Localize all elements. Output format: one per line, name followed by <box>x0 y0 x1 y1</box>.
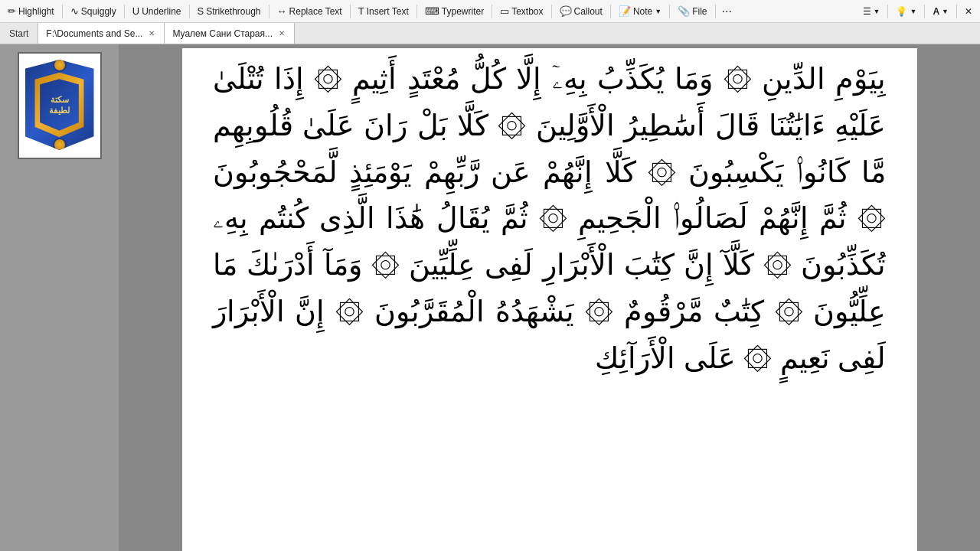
more-icon: ··· <box>722 5 732 18</box>
highlight-label: Highlight <box>18 6 54 17</box>
tab2-label: Муалем Сани Старая... <box>172 28 273 39</box>
sep7 <box>492 5 492 18</box>
font-icon: A <box>933 6 939 17</box>
sep11 <box>715 5 716 18</box>
ornament-outer: سكتة لطيفة <box>25 60 94 150</box>
sep8 <box>551 5 552 18</box>
menu-icon: ☰ <box>863 6 871 17</box>
note-label: Note <box>633 6 652 17</box>
replace-text-button[interactable]: ↔ Replace Text <box>273 4 347 18</box>
sep3 <box>189 5 190 18</box>
insert-text-button[interactable]: T Insert Text <box>354 4 413 18</box>
callout-icon: 💬 <box>560 5 572 17</box>
tab1-close-icon[interactable]: ✕ <box>147 28 156 38</box>
sep12 <box>887 5 888 18</box>
highlight-button[interactable]: ✏ Highlight <box>3 4 59 18</box>
strikethrough-label: Strikethrough <box>206 6 260 17</box>
ornament-inner: سكتة لطيفة <box>34 70 86 139</box>
font-dropdown: ▼ <box>942 8 949 15</box>
note-button[interactable]: 📝 Note ▼ <box>614 4 666 18</box>
toolbar: ✏ Highlight ∿ Squiggly U Underline S Str… <box>0 0 980 23</box>
sep9 <box>610 5 611 18</box>
typewriter-icon: ⌨ <box>425 5 439 17</box>
ornament-circle-top <box>53 58 67 72</box>
menu-button[interactable]: ☰ ▼ <box>858 5 885 18</box>
typewriter-button[interactable]: ⌨ Typewriter <box>420 4 488 18</box>
textbox-icon: ▭ <box>500 5 509 17</box>
highlight-color-button[interactable]: 💡 ▼ <box>891 5 921 18</box>
document-thumbnail[interactable]: سكتة لطيفة <box>18 52 102 159</box>
font-button[interactable]: A ▼ <box>928 5 953 18</box>
underline-label: Underline <box>142 6 181 17</box>
highlight-icon: ✏ <box>8 5 16 17</box>
file-button[interactable]: 📎 File <box>673 4 711 18</box>
underline-button[interactable]: U Underline <box>128 4 186 18</box>
insert-text-label: Insert Text <box>367 6 409 17</box>
squiggly-label: Squiggly <box>81 6 116 17</box>
ornament-circle-bottom <box>53 138 67 152</box>
ornament-text-line1: سكتة <box>51 94 69 105</box>
sidebar: سكتة لطيفة <box>0 44 119 551</box>
sep14 <box>956 5 957 18</box>
strikethrough-button[interactable]: S Strikethrough <box>193 4 266 18</box>
close-toolbar-button[interactable]: ✕ <box>960 5 977 18</box>
file-icon: 📎 <box>678 5 690 17</box>
sep4 <box>269 5 270 18</box>
sep5 <box>350 5 351 18</box>
textbox-label: Textbox <box>511 6 543 17</box>
highlight-color-dropdown: ▼ <box>910 8 916 15</box>
sep13 <box>924 5 925 18</box>
ornament-text-line2: لطيفة <box>49 105 70 116</box>
replace-text-icon: ↔ <box>277 5 287 17</box>
note-icon: 📝 <box>619 5 631 17</box>
textbox-button[interactable]: ▭ Textbox <box>495 4 547 18</box>
underline-icon: U <box>132 5 139 17</box>
strikethrough-icon: S <box>198 5 204 17</box>
typewriter-label: Typewriter <box>442 6 484 17</box>
squiggly-icon: ∿ <box>70 5 79 17</box>
highlight-color-icon: 💡 <box>896 6 907 17</box>
ornament: سكتة لطيفة <box>25 60 94 152</box>
start-label: Start <box>9 28 28 39</box>
file-label: File <box>692 6 707 17</box>
insert-text-icon: T <box>358 5 364 17</box>
menu-dropdown-icon: ▼ <box>874 8 880 15</box>
document-page: بِيَوْمِ الدِّينِ ۞ وَمَا يُكَذِّبُ بِهِ… <box>182 48 917 551</box>
sep10 <box>669 5 670 18</box>
tab-start[interactable]: Start <box>0 23 38 44</box>
sep6 <box>416 5 417 18</box>
callout-button[interactable]: 💬 Callout <box>555 4 607 18</box>
more-button[interactable]: ··· <box>719 5 735 18</box>
replace-text-label: Replace Text <box>289 6 342 17</box>
sep1 <box>62 5 63 18</box>
tab2-close-icon[interactable]: ✕ <box>277 28 286 38</box>
page-area: بِيَوْمِ الدِّينِ ۞ وَمَا يُكَذِّبُ بِهِ… <box>119 44 980 551</box>
sep2 <box>124 5 125 18</box>
close-toolbar-icon: ✕ <box>965 6 972 17</box>
tab-doc2[interactable]: Муалем Сани Старая... ✕ <box>165 23 295 44</box>
arabic-content: بِيَوْمِ الدِّينِ ۞ وَمَا يُكَذِّبُ بِهِ… <box>213 56 887 382</box>
note-dropdown-icon: ▼ <box>655 8 662 15</box>
tabbar: Start F:\Documents and Se... ✕ Муалем Са… <box>0 23 980 44</box>
squiggly-button[interactable]: ∿ Squiggly <box>66 4 121 18</box>
main-content: سكتة لطيفة بِيَوْمِ الدِّينِ ۞ وَمَا يُك… <box>0 44 980 551</box>
tab1-label: F:\Documents and Se... <box>46 28 142 39</box>
tab-doc1[interactable]: F:\Documents and Se... ✕ <box>38 23 165 44</box>
callout-label: Callout <box>574 6 603 17</box>
ornament-center: سكتة لطيفة <box>39 77 80 132</box>
